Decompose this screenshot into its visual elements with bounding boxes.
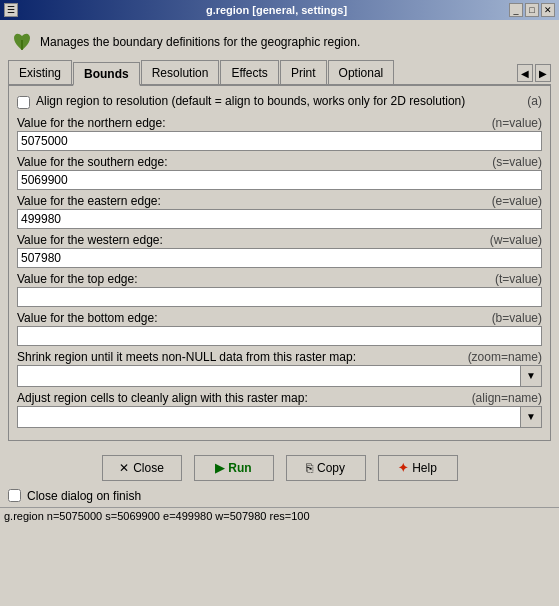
bottom-code: (b=value) xyxy=(492,311,542,325)
align-field-group: Adjust region cells to cleanly align wit… xyxy=(17,391,542,428)
tab-optional[interactable]: Optional xyxy=(328,60,395,84)
window-menu-btn[interactable]: ☰ xyxy=(4,3,18,17)
help-button[interactable]: ✦ Help xyxy=(378,455,458,481)
bottom-label: Value for the bottom edge: xyxy=(17,311,158,325)
north-label-row: Value for the northern edge: (n=value) xyxy=(17,116,542,130)
zoom-field-group: Shrink region until it meets non-NULL da… xyxy=(17,350,542,387)
close-on-finish-row: Close dialog on finish xyxy=(8,489,551,503)
tab-bounds[interactable]: Bounds xyxy=(73,62,140,86)
east-field-group: Value for the eastern edge: (e=value) xyxy=(17,194,542,229)
east-input[interactable] xyxy=(17,209,542,229)
zoom-label: Shrink region until it meets non-NULL da… xyxy=(17,350,356,364)
north-input[interactable] xyxy=(17,131,542,151)
tab-navigation: ◀ ▶ xyxy=(517,64,551,84)
align-checkbox-label: Align region to resolution (default = al… xyxy=(36,94,517,110)
bottom-field-group: Value for the bottom edge: (b=value) xyxy=(17,311,542,346)
tab-existing[interactable]: Existing xyxy=(8,60,72,84)
tab-prev-button[interactable]: ◀ xyxy=(517,64,533,82)
zoom-code: (zoom=name) xyxy=(468,350,542,364)
close-on-finish-label: Close dialog on finish xyxy=(27,489,141,503)
run-icon: ▶ xyxy=(215,461,224,475)
status-bar: g.region n=5075000 s=5069900 e=499980 w=… xyxy=(0,507,559,524)
west-label: Value for the western edge: xyxy=(17,233,163,247)
header-text: Manages the boundary definitions for the… xyxy=(40,35,360,49)
close-label: Close xyxy=(133,461,164,475)
south-input[interactable] xyxy=(17,170,542,190)
copy-label: Copy xyxy=(317,461,345,475)
zoom-dropdown-row: ▼ xyxy=(17,365,542,387)
south-field-group: Value for the southern edge: (s=value) xyxy=(17,155,542,190)
north-field-group: Value for the northern edge: (n=value) xyxy=(17,116,542,151)
zoom-label-row: Shrink region until it meets non-NULL da… xyxy=(17,350,542,364)
align-checkbox-row: Align region to resolution (default = al… xyxy=(17,94,542,110)
zoom-dropdown-button[interactable]: ▼ xyxy=(520,365,542,387)
zoom-dropdown-input[interactable] xyxy=(17,365,520,387)
south-code: (s=value) xyxy=(492,155,542,169)
tab-bar: Existing Bounds Resolution Effects Print… xyxy=(8,60,551,86)
align-label: Adjust region cells to cleanly align wit… xyxy=(17,391,308,405)
help-icon: ✦ xyxy=(398,461,408,475)
align-code: (align=name) xyxy=(472,391,542,405)
close-on-finish-checkbox[interactable] xyxy=(8,489,21,502)
bottom-input[interactable] xyxy=(17,326,542,346)
west-field-group: Value for the western edge: (w=value) xyxy=(17,233,542,268)
top-label: Value for the top edge: xyxy=(17,272,138,286)
run-button[interactable]: ▶ Run xyxy=(194,455,274,481)
south-label: Value for the southern edge: xyxy=(17,155,168,169)
grass-icon xyxy=(10,30,34,54)
align-dropdown-row: ▼ xyxy=(17,406,542,428)
align-checkbox[interactable] xyxy=(17,96,30,109)
top-code: (t=value) xyxy=(495,272,542,286)
run-label: Run xyxy=(228,461,251,475)
copy-icon: ⎘ xyxy=(306,461,313,475)
west-input[interactable] xyxy=(17,248,542,268)
align-dropdown-button[interactable]: ▼ xyxy=(520,406,542,428)
tab-resolution[interactable]: Resolution xyxy=(141,60,220,84)
close-button[interactable]: ✕ Close xyxy=(102,455,182,481)
button-bar: ✕ Close ▶ Run ⎘ Copy ✦ Help xyxy=(0,447,559,485)
tab-effects[interactable]: Effects xyxy=(220,60,278,84)
header-description: Manages the boundary definitions for the… xyxy=(8,26,551,60)
bottom-area: Close dialog on finish xyxy=(0,485,559,507)
top-input[interactable] xyxy=(17,287,542,307)
window-title: g.region [general, settings] xyxy=(44,4,509,16)
help-label: Help xyxy=(412,461,437,475)
minimize-button[interactable]: _ xyxy=(509,3,523,17)
tab-content: Align region to resolution (default = al… xyxy=(8,86,551,441)
top-field-group: Value for the top edge: (t=value) xyxy=(17,272,542,307)
align-label-row: Adjust region cells to cleanly align wit… xyxy=(17,391,542,405)
align-checkbox-code: (a) xyxy=(527,94,542,108)
north-label: Value for the northern edge: xyxy=(17,116,166,130)
top-label-row: Value for the top edge: (t=value) xyxy=(17,272,542,286)
east-label: Value for the eastern edge: xyxy=(17,194,161,208)
status-text: g.region n=5075000 s=5069900 e=499980 w=… xyxy=(4,510,310,522)
south-label-row: Value for the southern edge: (s=value) xyxy=(17,155,542,169)
copy-button[interactable]: ⎘ Copy xyxy=(286,455,366,481)
close-button[interactable]: ✕ xyxy=(541,3,555,17)
east-label-row: Value for the eastern edge: (e=value) xyxy=(17,194,542,208)
west-label-row: Value for the western edge: (w=value) xyxy=(17,233,542,247)
tab-print[interactable]: Print xyxy=(280,60,327,84)
close-icon: ✕ xyxy=(119,461,129,475)
north-code: (n=value) xyxy=(492,116,542,130)
tab-next-button[interactable]: ▶ xyxy=(535,64,551,82)
maximize-button[interactable]: □ xyxy=(525,3,539,17)
titlebar: ☰ g.region [general, settings] _ □ ✕ xyxy=(0,0,559,20)
west-code: (w=value) xyxy=(490,233,542,247)
window-controls: _ □ ✕ xyxy=(509,3,555,17)
bottom-label-row: Value for the bottom edge: (b=value) xyxy=(17,311,542,325)
align-dropdown-input[interactable] xyxy=(17,406,520,428)
main-content: Manages the boundary definitions for the… xyxy=(0,20,559,447)
east-code: (e=value) xyxy=(492,194,542,208)
